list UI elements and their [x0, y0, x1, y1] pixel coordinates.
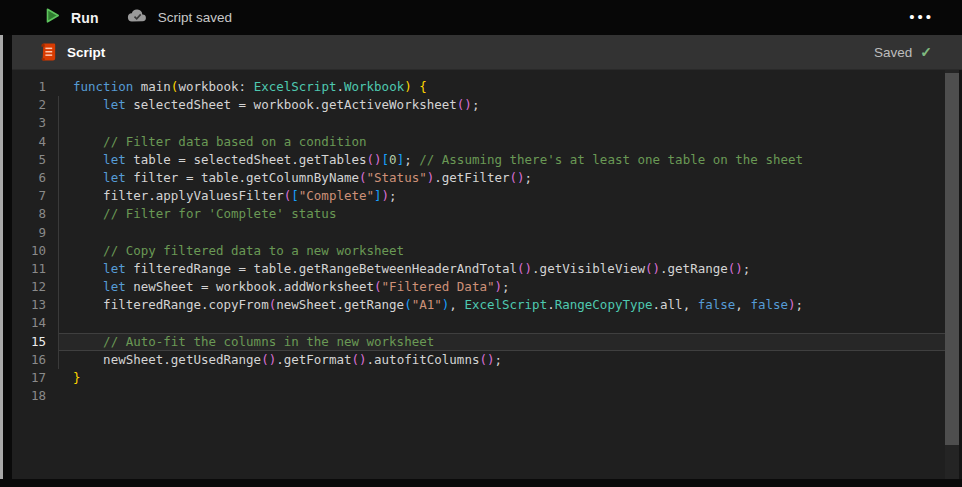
- line-number: 18: [12, 387, 58, 405]
- code-text: function main(workbook: ExcelScript.Work…: [58, 78, 962, 96]
- office-scripts-pane: Run Script saved •••: [0, 0, 962, 487]
- line-number: 14: [12, 314, 58, 332]
- run-button[interactable]: Run: [44, 7, 99, 28]
- code-line[interactable]: 13 filteredRange.copyFrom(newSheet.getRa…: [12, 296, 962, 314]
- saved-status-badge: Saved ✓: [874, 44, 932, 60]
- script-file-icon: [38, 42, 57, 62]
- code-text: let newSheet = workbook.addWorksheet("Fi…: [58, 278, 962, 296]
- line-number: 6: [12, 169, 58, 187]
- code-line[interactable]: 15 // Auto-fit the columns in the new wo…: [12, 333, 962, 351]
- code-line[interactable]: 18: [12, 387, 962, 405]
- play-icon: [44, 7, 61, 28]
- code-editor[interactable]: 1function main(workbook: ExcelScript.Wor…: [12, 70, 962, 479]
- line-number: 8: [12, 205, 58, 223]
- code-text: [58, 314, 962, 332]
- code-text: // Filter data based on a condition: [58, 133, 962, 151]
- code-line[interactable]: 1function main(workbook: ExcelScript.Wor…: [12, 78, 962, 96]
- line-number: 7: [12, 187, 58, 205]
- code-line[interactable]: 17}: [12, 369, 962, 387]
- code-text: newSheet.getUsedRange().getFormat().auto…: [58, 351, 962, 369]
- code-text: let table = selectedSheet.getTables()[0]…: [58, 151, 962, 169]
- saved-check-icon: ✓: [920, 44, 932, 60]
- code-text: // Auto-fit the columns in the new works…: [58, 333, 962, 351]
- code-text: // Copy filtered data to a new worksheet: [58, 242, 962, 260]
- more-options-button[interactable]: •••: [909, 2, 934, 32]
- line-number: 12: [12, 278, 58, 296]
- code-line[interactable]: 2 let selectedSheet = workbook.getActive…: [12, 96, 962, 114]
- pane-bottom-edge: [0, 479, 962, 487]
- script-tab-title[interactable]: Script: [67, 45, 105, 60]
- indent-guide: [58, 96, 59, 369]
- code-text: // Filter for 'Complete' status: [58, 205, 962, 223]
- line-number: 9: [12, 224, 58, 242]
- code-line[interactable]: 4 // Filter data based on a condition: [12, 133, 962, 151]
- run-button-label: Run: [71, 10, 99, 26]
- code-text: let filter = table.getColumnByName("Stat…: [58, 169, 962, 187]
- code-text: [58, 114, 962, 132]
- line-number: 10: [12, 242, 58, 260]
- line-number: 11: [12, 260, 58, 278]
- line-number: 4: [12, 133, 58, 151]
- code-text: let selectedSheet = workbook.getActiveWo…: [58, 96, 962, 114]
- line-number: 15: [12, 333, 58, 351]
- code-text: filteredRange.copyFrom(newSheet.getRange…: [58, 296, 962, 314]
- line-number: 3: [12, 114, 58, 132]
- code-line[interactable]: 6 let filter = table.getColumnByName("St…: [12, 169, 962, 187]
- code-line[interactable]: 11 let filteredRange = table.getRangeBet…: [12, 260, 962, 278]
- cloud-saved-icon: [127, 8, 148, 27]
- line-number: 5: [12, 151, 58, 169]
- toolbar: Run Script saved •••: [0, 0, 962, 35]
- code-lines: 1function main(workbook: ExcelScript.Wor…: [12, 78, 962, 405]
- code-line[interactable]: 9: [12, 224, 962, 242]
- code-line[interactable]: 7 filter.applyValuesFilter(["Complete"])…: [12, 187, 962, 205]
- pane-left-border: [3, 35, 12, 487]
- code-text: [58, 387, 962, 405]
- code-line[interactable]: 16 newSheet.getUsedRange().getFormat().a…: [12, 351, 962, 369]
- code-line[interactable]: 14: [12, 314, 962, 332]
- code-line[interactable]: 5 let table = selectedSheet.getTables()[…: [12, 151, 962, 169]
- script-saved-status: Script saved: [127, 8, 232, 27]
- code-line[interactable]: 12 let newSheet = workbook.addWorksheet(…: [12, 278, 962, 296]
- line-number: 2: [12, 96, 58, 114]
- code-text: let filteredRange = table.getRangeBetwee…: [58, 260, 962, 278]
- code-line[interactable]: 3: [12, 114, 962, 132]
- code-line[interactable]: 10 // Copy filtered data to a new worksh…: [12, 242, 962, 260]
- code-text: [58, 224, 962, 242]
- line-number: 1: [12, 78, 58, 96]
- code-line[interactable]: 8 // Filter for 'Complete' status: [12, 205, 962, 223]
- code-text: filter.applyValuesFilter(["Complete"]);: [58, 187, 962, 205]
- line-number: 17: [12, 369, 58, 387]
- script-saved-label: Script saved: [158, 10, 232, 25]
- code-text: }: [58, 369, 962, 387]
- script-header: Script Saved ✓: [12, 35, 962, 70]
- line-number: 16: [12, 351, 58, 369]
- scrollbar-thumb[interactable]: [945, 73, 959, 445]
- saved-label: Saved: [874, 45, 912, 60]
- line-number: 13: [12, 296, 58, 314]
